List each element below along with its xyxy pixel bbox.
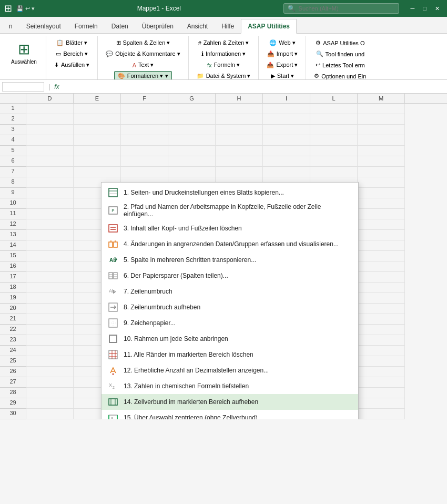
cell[interactable]	[26, 114, 74, 125]
cell[interactable]	[26, 283, 74, 293]
cell[interactable]	[26, 230, 74, 240]
cell[interactable]	[121, 167, 168, 177]
cell[interactable]	[74, 156, 121, 167]
formatieren-button[interactable]: 🎨 Formatieren ▾ ▾	[114, 71, 172, 80]
menu-item-15[interactable]: ≡ 15. Über Auswahl zentrieren (ohne Zell…	[101, 410, 358, 419]
cell[interactable]	[310, 125, 358, 135]
cell[interactable]	[121, 146, 168, 156]
blatter-button[interactable]: 📋 Blätter ▾	[53, 38, 91, 48]
cell[interactable]	[26, 346, 74, 356]
cell[interactable]	[168, 146, 216, 156]
cell[interactable]	[74, 104, 121, 114]
cell[interactable]	[263, 125, 310, 135]
cell[interactable]	[358, 135, 405, 146]
cell[interactable]	[26, 251, 74, 261]
cell[interactable]	[168, 135, 216, 146]
cell[interactable]	[358, 230, 405, 240]
cell[interactable]	[216, 104, 263, 114]
cell[interactable]	[26, 240, 74, 251]
cell[interactable]	[26, 409, 74, 419]
cell[interactable]	[310, 156, 358, 167]
cell[interactable]	[26, 198, 74, 209]
cell[interactable]	[358, 388, 405, 398]
cell[interactable]	[358, 367, 405, 377]
cell[interactable]	[168, 156, 216, 167]
menu-item-5[interactable]: Ab 5. Spalte in mehreren Schritten trans…	[101, 252, 358, 268]
cell[interactable]	[358, 325, 405, 335]
menu-item-8[interactable]: 8. Zeilenumbruch aufheben	[101, 299, 358, 315]
cell[interactable]	[121, 156, 168, 167]
cell[interactable]	[121, 135, 168, 146]
tab-formeln[interactable]: Formeln	[68, 19, 105, 34]
cell[interactable]	[74, 125, 121, 135]
cell[interactable]	[263, 146, 310, 156]
cell[interactable]	[26, 356, 74, 367]
cell[interactable]	[216, 167, 263, 177]
maximize-icon[interactable]: □	[420, 4, 430, 13]
menu-item-10[interactable]: 10. Rahmen um jede Seite anbringen	[101, 331, 358, 347]
start-button[interactable]: ▶ Start ▾	[267, 71, 298, 80]
cell[interactable]	[26, 209, 74, 219]
cell[interactable]	[26, 146, 74, 156]
cell[interactable]	[310, 167, 358, 177]
cell[interactable]	[358, 177, 405, 188]
optionen-button[interactable]: ⚙ Optionen und Ein	[310, 71, 370, 80]
tab-ansicht[interactable]: Ansicht	[180, 19, 215, 34]
cell[interactable]	[74, 167, 121, 177]
cell[interactable]	[310, 114, 358, 125]
cell[interactable]	[358, 272, 405, 283]
ausfüllen-button[interactable]: ⬇ Ausfüllen ▾	[50, 60, 93, 70]
export-button[interactable]: 📤 Export ▾	[263, 60, 301, 70]
menu-item-3[interactable]: 3. Inhalt aller Kopf- und Fußzeilen lösc…	[101, 220, 358, 236]
cell[interactable]	[358, 293, 405, 304]
cell[interactable]	[121, 125, 168, 135]
cell[interactable]	[358, 156, 405, 167]
cell[interactable]	[358, 167, 405, 177]
close-icon[interactable]: ✕	[432, 4, 443, 13]
search-input[interactable]	[283, 3, 399, 14]
name-box[interactable]	[2, 82, 44, 92]
cell[interactable]	[358, 335, 405, 346]
menu-item-9[interactable]: 9. Zeichenpapier...	[101, 315, 358, 331]
menu-item-4[interactable]: 4. Änderungen in angrenzenden Daten/Grup…	[101, 236, 358, 252]
cell[interactable]	[263, 167, 310, 177]
tab-überprüfen[interactable]: Überprüfen	[135, 19, 180, 34]
cell[interactable]	[74, 114, 121, 125]
formeln-button[interactable]: fx Formeln ▾	[204, 60, 243, 70]
cell[interactable]	[358, 114, 405, 125]
menu-item-11[interactable]: 11. Alle Ränder im markierten Bereich lö…	[101, 347, 358, 362]
cell[interactable]	[358, 346, 405, 356]
cell[interactable]	[358, 240, 405, 251]
menu-item-13[interactable]: X2 13. Zahlen in chemischen Formeln tief…	[101, 378, 358, 394]
objekte-button[interactable]: 💬 Objekte & Kommentare ▾	[102, 49, 184, 59]
cell[interactable]	[358, 198, 405, 209]
asap-utilities-button[interactable]: ⚙ ASAP Utilities O	[312, 38, 368, 48]
auswahlen-button[interactable]: ⊞ Auswählen	[6, 38, 42, 67]
cell[interactable]	[26, 156, 74, 167]
cell[interactable]	[26, 388, 74, 398]
cell[interactable]	[26, 272, 74, 283]
tab-n[interactable]: n	[2, 19, 19, 34]
cell[interactable]	[26, 104, 74, 114]
cell[interactable]	[358, 261, 405, 272]
menu-item-12[interactable]: 12. Erhebliche Anzahl an Dezimalstellen …	[101, 362, 358, 378]
bereich-button[interactable]: ▭ Bereich ▾	[52, 49, 91, 59]
cell[interactable]	[358, 304, 405, 314]
zahlen-button[interactable]: # Zahlen & Zeiten ▾	[195, 38, 253, 48]
web-button[interactable]: 🌐 Web ▾	[266, 38, 299, 48]
import-button[interactable]: 📥 Import ▾	[263, 49, 301, 59]
cell[interactable]	[358, 219, 405, 230]
cell[interactable]	[358, 377, 405, 388]
cell[interactable]	[263, 156, 310, 167]
cell[interactable]	[263, 114, 310, 125]
cell[interactable]	[26, 304, 74, 314]
cell[interactable]	[26, 367, 74, 377]
cell[interactable]	[310, 146, 358, 156]
tab-hilfe[interactable]: Hilfe	[215, 19, 241, 34]
cell[interactable]	[26, 188, 74, 198]
tab-daten[interactable]: Daten	[105, 19, 135, 34]
cell[interactable]	[26, 314, 74, 325]
cell[interactable]	[358, 283, 405, 293]
cell[interactable]	[358, 209, 405, 219]
cell[interactable]	[26, 325, 74, 335]
